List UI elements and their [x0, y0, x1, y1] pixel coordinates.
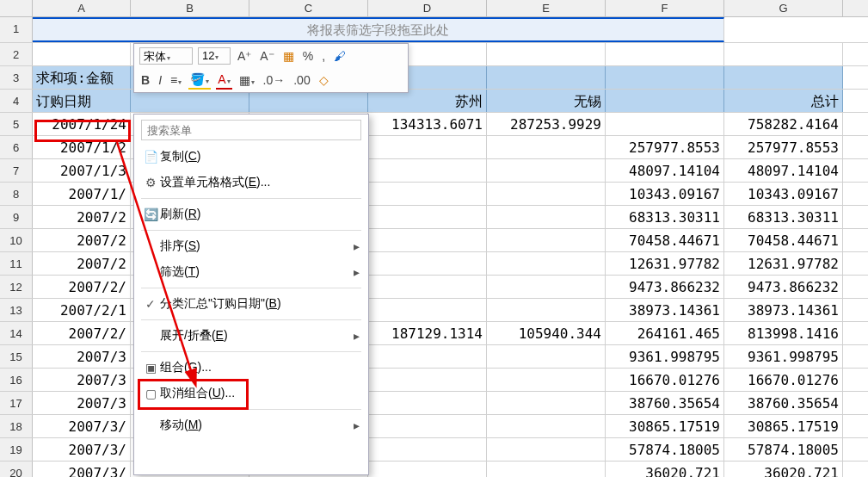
cell[interactable]: 48097.14104	[606, 159, 724, 182]
cell[interactable]: 2007/2/	[33, 322, 131, 344]
menu-item[interactable]: 📄复制(C)	[134, 144, 368, 170]
select-all-corner[interactable]	[0, 0, 33, 16]
row-header[interactable]: 6	[0, 136, 33, 158]
menu-item[interactable]: ⚙设置单元格格式(E)...	[134, 170, 368, 195]
cell[interactable]	[368, 415, 487, 437]
cell[interactable]: 36020.721	[606, 462, 724, 477]
font-color-icon[interactable]: A	[216, 71, 231, 90]
cell[interactable]: 9361.998795	[606, 345, 724, 368]
menu-item[interactable]: ▣组合(G)...	[134, 355, 368, 381]
col-header-d[interactable]: D	[368, 0, 487, 16]
cell[interactable]: 758282.4164	[724, 113, 843, 135]
cell[interactable]: 187129.1314	[368, 322, 487, 344]
filter-drop-hint[interactable]: 将报表筛选字段拖至此处	[33, 17, 724, 42]
cell[interactable]: 2007/3/	[33, 438, 131, 461]
row-header[interactable]: 5	[0, 113, 33, 135]
row-header[interactable]: 16	[0, 369, 33, 391]
cell[interactable]	[487, 276, 606, 298]
increase-decimal-icon[interactable]: .0→	[262, 71, 287, 89]
col-header-a[interactable]: A	[33, 0, 131, 16]
cell[interactable]: 2007/1/2	[33, 136, 131, 158]
cell[interactable]: 70458.44671	[606, 229, 724, 251]
row-header[interactable]: 17	[0, 392, 33, 414]
cell[interactable]: 9361.998795	[724, 345, 843, 368]
cell[interactable]	[487, 369, 606, 391]
borders-icon[interactable]: ▦	[237, 71, 256, 89]
cell[interactable]: 38760.35654	[606, 392, 724, 414]
cell[interactable]: 68313.30311	[724, 206, 843, 228]
comma-icon[interactable]: ,	[320, 47, 327, 65]
cell[interactable]: 70458.44671	[724, 229, 843, 251]
menu-item[interactable]: ▢取消组合(U)...	[134, 381, 368, 406]
cell[interactable]	[368, 206, 487, 228]
highlight-icon[interactable]: ▦	[281, 47, 296, 65]
cell[interactable]: 16670.01276	[724, 369, 843, 391]
cell[interactable]: 2007/1/24	[33, 113, 131, 135]
cell[interactable]	[368, 183, 487, 205]
cell[interactable]	[487, 159, 606, 182]
cell[interactable]: 12631.97782	[606, 252, 724, 275]
bold-icon[interactable]: B	[139, 71, 151, 89]
cell[interactable]: 2007/2	[33, 206, 131, 228]
cell[interactable]: 2007/3	[33, 392, 131, 414]
cell[interactable]: 30865.17519	[606, 415, 724, 437]
cell[interactable]: 813998.1416	[724, 322, 843, 344]
cell[interactable]	[487, 392, 606, 414]
cell[interactable]	[487, 299, 606, 321]
cell[interactable]	[368, 136, 487, 158]
row-header[interactable]: 2	[0, 43, 33, 65]
row-header[interactable]: 15	[0, 345, 33, 368]
align-icon[interactable]: ≡	[169, 71, 183, 89]
row-header[interactable]: 20	[0, 462, 33, 477]
row-header[interactable]: 12	[0, 276, 33, 298]
cell[interactable]	[368, 276, 487, 298]
cell[interactable]: 10343.09167	[724, 183, 843, 205]
menu-item[interactable]: 移动(M)	[134, 412, 368, 438]
pivot-value-label[interactable]: 求和项:金额	[33, 66, 131, 89]
row-header[interactable]: 18	[0, 415, 33, 437]
cell[interactable]	[368, 438, 487, 461]
cell[interactable]	[487, 462, 606, 477]
cell[interactable]	[368, 229, 487, 251]
menu-item[interactable]: 🔄刷新(R)	[134, 201, 368, 227]
cell[interactable]: 2007/3/	[33, 415, 131, 437]
menu-search-input[interactable]	[141, 120, 361, 140]
cell[interactable]	[487, 345, 606, 368]
cell[interactable]: 105940.344	[487, 322, 606, 344]
cell[interactable]	[368, 369, 487, 391]
row-header[interactable]: 14	[0, 322, 33, 344]
font-family-select[interactable]: 宋体	[139, 47, 193, 65]
cell[interactable]	[487, 136, 606, 158]
row-header[interactable]: 11	[0, 252, 33, 275]
cell[interactable]: 264161.465	[606, 322, 724, 344]
row-header[interactable]: 7	[0, 159, 33, 182]
cell[interactable]	[487, 229, 606, 251]
row-header[interactable]: 1	[0, 17, 33, 42]
format-painter-icon[interactable]: 🖌	[332, 47, 348, 65]
cell[interactable]: 38760.35654	[724, 392, 843, 414]
cell[interactable]: 57874.18005	[724, 438, 843, 461]
cell[interactable]: 57874.18005	[606, 438, 724, 461]
row-field-label[interactable]: 订购日期	[33, 90, 131, 112]
cell[interactable]	[368, 462, 487, 477]
menu-item[interactable]: 展开/折叠(E)	[134, 323, 368, 349]
row-header[interactable]: 19	[0, 438, 33, 461]
col-header-e[interactable]: E	[487, 0, 606, 16]
cell[interactable]: 38973.14361	[724, 299, 843, 321]
cell[interactable]: 2007/1/	[33, 183, 131, 205]
menu-item[interactable]: 排序(S)	[134, 233, 368, 259]
col-header-c[interactable]: C	[249, 0, 368, 16]
row-header[interactable]: 9	[0, 206, 33, 228]
cell[interactable]	[487, 415, 606, 437]
cell[interactable]: 68313.30311	[606, 206, 724, 228]
cell[interactable]	[368, 159, 487, 182]
cell[interactable]: 30865.17519	[724, 415, 843, 437]
decrease-decimal-icon[interactable]: .00	[292, 71, 311, 89]
cell[interactable]: 2007/2/1	[33, 299, 131, 321]
cell[interactable]: 48097.14104	[724, 159, 843, 182]
menu-item[interactable]: ✓分类汇总"订购日期"(B)	[134, 291, 368, 317]
cell[interactable]: 257977.8553	[724, 136, 843, 158]
cell[interactable]: 2007/3	[33, 369, 131, 391]
cell[interactable]	[487, 183, 606, 205]
cell[interactable]: 9473.866232	[724, 276, 843, 298]
